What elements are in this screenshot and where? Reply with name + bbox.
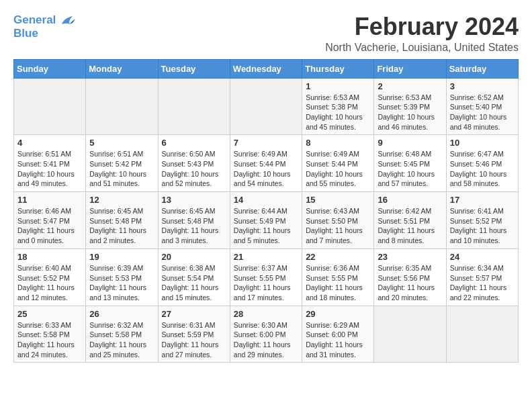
- day-number: 19: [89, 252, 154, 262]
- calendar-cell: 24Sunrise: 6:34 AMSunset: 5:57 PMDayligh…: [446, 248, 518, 306]
- day-info: Sunrise: 6:45 AMSunset: 5:48 PMDaylight:…: [89, 206, 154, 246]
- day-number: 29: [306, 309, 370, 319]
- sunrise-text: Sunrise: 6:46 AM: [17, 207, 71, 215]
- calendar-header-sunday: Sunday: [14, 59, 86, 78]
- calendar-week-2: 4Sunrise: 6:51 AMSunset: 5:41 PMDaylight…: [14, 135, 519, 192]
- calendar-table: SundayMondayTuesdayWednesdayThursdayFrid…: [13, 59, 519, 363]
- day-info: Sunrise: 6:36 AMSunset: 5:55 PMDaylight:…: [306, 263, 370, 303]
- day-info: Sunrise: 6:42 AMSunset: 5:51 PMDaylight:…: [378, 206, 442, 246]
- calendar-cell: 12Sunrise: 6:45 AMSunset: 5:48 PMDayligh…: [86, 192, 158, 249]
- day-number: 4: [17, 138, 82, 148]
- sunrise-text: Sunrise: 6:41 AM: [450, 207, 504, 215]
- day-info: Sunrise: 6:38 AMSunset: 5:54 PMDaylight:…: [162, 263, 226, 303]
- sunrise-text: Sunrise: 6:52 AM: [450, 93, 504, 101]
- daylight-text: Daylight: 10 hours and 55 minutes.: [306, 170, 363, 188]
- day-info: Sunrise: 6:40 AMSunset: 5:52 PMDaylight:…: [17, 263, 82, 303]
- day-info: Sunrise: 6:41 AMSunset: 5:52 PMDaylight:…: [450, 206, 515, 246]
- daylight-text: Daylight: 11 hours and 15 minutes.: [162, 283, 219, 302]
- day-info: Sunrise: 6:34 AMSunset: 5:57 PMDaylight:…: [450, 263, 515, 303]
- sunset-text: Sunset: 5:58 PM: [89, 330, 142, 338]
- sunrise-text: Sunrise: 6:43 AM: [306, 207, 359, 215]
- day-number: 20: [162, 252, 226, 262]
- day-info: Sunrise: 6:29 AMSunset: 6:00 PMDaylight:…: [306, 320, 370, 360]
- day-info: Sunrise: 6:43 AMSunset: 5:50 PMDaylight:…: [306, 206, 370, 246]
- sunrise-text: Sunrise: 6:47 AM: [450, 150, 504, 158]
- daylight-text: Daylight: 11 hours and 7 minutes.: [306, 226, 363, 244]
- bird-icon: [60, 15, 75, 27]
- calendar-cell: 16Sunrise: 6:42 AMSunset: 5:51 PMDayligh…: [374, 192, 446, 249]
- sunrise-text: Sunrise: 6:42 AM: [378, 207, 431, 215]
- day-info: Sunrise: 6:44 AMSunset: 5:49 PMDaylight:…: [234, 206, 298, 246]
- calendar-cell: 23Sunrise: 6:35 AMSunset: 5:56 PMDayligh…: [374, 248, 446, 306]
- calendar-cell: 27Sunrise: 6:31 AMSunset: 5:59 PMDayligh…: [158, 306, 230, 363]
- daylight-text: Daylight: 11 hours and 18 minutes.: [306, 283, 363, 302]
- sunset-text: Sunset: 6:00 PM: [306, 330, 358, 338]
- day-number: 26: [89, 309, 154, 319]
- sunrise-text: Sunrise: 6:40 AM: [17, 264, 71, 272]
- sunrise-text: Sunrise: 6:50 AM: [162, 150, 216, 158]
- logo: General Blue: [13, 13, 75, 40]
- sunset-text: Sunset: 5:48 PM: [89, 217, 142, 225]
- sunset-text: Sunset: 5:44 PM: [234, 160, 286, 168]
- title-section: February 2024 North Vacherie, Louisiana,…: [325, 13, 519, 54]
- day-number: 24: [450, 252, 515, 262]
- sunset-text: Sunset: 5:52 PM: [450, 217, 502, 225]
- day-number: 11: [17, 195, 82, 205]
- calendar-cell: [374, 306, 446, 363]
- sunrise-text: Sunrise: 6:53 AM: [378, 93, 431, 101]
- day-number: 5: [89, 138, 154, 148]
- sunset-text: Sunset: 5:39 PM: [378, 103, 430, 111]
- day-info: Sunrise: 6:35 AMSunset: 5:56 PMDaylight:…: [378, 263, 442, 303]
- daylight-text: Daylight: 11 hours and 22 minutes.: [450, 283, 507, 302]
- daylight-text: Daylight: 10 hours and 49 minutes.: [17, 170, 75, 188]
- calendar-header-saturday: Saturday: [446, 59, 518, 78]
- daylight-text: Daylight: 10 hours and 46 minutes.: [378, 113, 435, 131]
- day-number: 12: [89, 195, 154, 205]
- day-info: Sunrise: 6:53 AMSunset: 5:38 PMDaylight:…: [306, 93, 370, 132]
- daylight-text: Daylight: 11 hours and 29 minutes.: [234, 340, 291, 359]
- logo-text-general: General: [13, 13, 56, 26]
- sunset-text: Sunset: 5:42 PM: [89, 160, 142, 168]
- calendar-cell: 20Sunrise: 6:38 AMSunset: 5:54 PMDayligh…: [158, 248, 230, 306]
- sunrise-text: Sunrise: 6:49 AM: [306, 150, 359, 158]
- day-number: 3: [450, 81, 515, 91]
- calendar-cell: 6Sunrise: 6:50 AMSunset: 5:43 PMDaylight…: [158, 135, 230, 192]
- day-number: 23: [378, 252, 442, 262]
- calendar-cell: [14, 78, 86, 135]
- sunrise-text: Sunrise: 6:45 AM: [162, 207, 216, 215]
- calendar-cell: 28Sunrise: 6:30 AMSunset: 6:00 PMDayligh…: [230, 306, 302, 363]
- sunrise-text: Sunrise: 6:33 AM: [17, 321, 71, 329]
- daylight-text: Daylight: 11 hours and 27 minutes.: [162, 340, 219, 359]
- sunrise-text: Sunrise: 6:39 AM: [89, 264, 143, 272]
- calendar-week-3: 11Sunrise: 6:46 AMSunset: 5:47 PMDayligh…: [14, 192, 519, 249]
- day-number: 7: [234, 138, 298, 148]
- daylight-text: Daylight: 11 hours and 3 minutes.: [162, 226, 219, 244]
- calendar-cell: 4Sunrise: 6:51 AMSunset: 5:41 PMDaylight…: [14, 135, 86, 192]
- sunrise-text: Sunrise: 6:51 AM: [89, 150, 143, 158]
- calendar-cell: 9Sunrise: 6:48 AMSunset: 5:45 PMDaylight…: [374, 135, 446, 192]
- day-number: 6: [162, 138, 226, 148]
- calendar-cell: 14Sunrise: 6:44 AMSunset: 5:49 PMDayligh…: [230, 192, 302, 249]
- day-number: 21: [234, 252, 298, 262]
- day-info: Sunrise: 6:37 AMSunset: 5:55 PMDaylight:…: [234, 263, 298, 303]
- daylight-text: Daylight: 11 hours and 0 minutes.: [17, 226, 75, 244]
- day-number: 16: [378, 195, 442, 205]
- daylight-text: Daylight: 11 hours and 24 minutes.: [17, 340, 75, 359]
- sunrise-text: Sunrise: 6:37 AM: [234, 264, 287, 272]
- sunrise-text: Sunrise: 6:36 AM: [306, 264, 359, 272]
- day-number: 22: [306, 252, 370, 262]
- calendar-cell: 26Sunrise: 6:32 AMSunset: 5:58 PMDayligh…: [86, 306, 158, 363]
- daylight-text: Daylight: 11 hours and 8 minutes.: [378, 226, 435, 244]
- day-number: 1: [306, 81, 370, 91]
- day-number: 10: [450, 138, 515, 148]
- calendar-cell: [230, 78, 302, 135]
- sunset-text: Sunset: 5:55 PM: [234, 274, 286, 282]
- calendar-week-1: 1Sunrise: 6:53 AMSunset: 5:38 PMDaylight…: [14, 78, 519, 135]
- daylight-text: Daylight: 10 hours and 51 minutes.: [89, 170, 146, 188]
- calendar-header-monday: Monday: [86, 59, 158, 78]
- calendar-cell: 1Sunrise: 6:53 AMSunset: 5:38 PMDaylight…: [302, 78, 374, 135]
- calendar-cell: 8Sunrise: 6:49 AMSunset: 5:44 PMDaylight…: [302, 135, 374, 192]
- day-number: 18: [17, 252, 82, 262]
- sunrise-text: Sunrise: 6:49 AM: [234, 150, 287, 158]
- calendar-cell: 29Sunrise: 6:29 AMSunset: 6:00 PMDayligh…: [302, 306, 374, 363]
